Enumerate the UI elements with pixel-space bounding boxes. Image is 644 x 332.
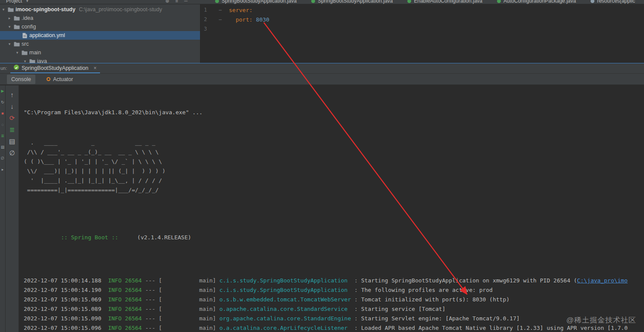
project-folder-icon bbox=[7, 7, 15, 12]
prev-occurrence-icon[interactable]: ↑ bbox=[6, 89, 19, 100]
editor-tab[interactable]: EnableAutoConfiguration.java bbox=[407, 0, 482, 4]
toolbar-icon[interactable]: ⊕ bbox=[166, 0, 169, 4]
editor-tab-label: resources(applic bbox=[597, 0, 635, 4]
editor-tab[interactable]: SpringBootStudyApplication.java bbox=[215, 0, 297, 4]
folder-icon bbox=[28, 59, 36, 63]
run-tab[interactable]: SpringBootStudyApplication × bbox=[10, 63, 100, 73]
yaml-editor[interactable]: 1−server:2− port: 80303 bbox=[200, 4, 644, 63]
class-icon bbox=[311, 0, 315, 3]
chevron-down-icon: ▼ bbox=[25, 0, 29, 3]
editor-tab-strip: SpringBootStudyApplication.javaSpringBoo… bbox=[200, 0, 635, 4]
close-icon[interactable]: × bbox=[94, 65, 97, 71]
tree-item-label: .idea bbox=[21, 15, 33, 21]
watermark: @稀土掘金技术社区 bbox=[566, 315, 636, 325]
project-panel-header[interactable]: Project ▼ ⊕≡─ bbox=[0, 0, 200, 4]
project-root-name: imooc-spingboot-study bbox=[15, 6, 75, 13]
chevron-down-icon[interactable]: ▾ bbox=[0, 7, 7, 12]
log-line: 2022-12-07 15:00:15.096 INFO 26564 --- [… bbox=[24, 323, 644, 332]
tab-actuator[interactable]: Actuator bbox=[42, 75, 78, 84]
folder-icon bbox=[21, 50, 28, 55]
print-icon[interactable]: ▤ bbox=[6, 135, 19, 147]
soft-wrap-icon[interactable]: ≣ bbox=[0, 130, 5, 141]
tree-item-label: main bbox=[28, 50, 41, 56]
tree-item--idea[interactable]: ▸.idea bbox=[0, 14, 200, 22]
java-command-line: "C:\Program Files\Java\jdk1.8.0_202\bin\… bbox=[24, 108, 644, 117]
tree-item-application-yml[interactable]: application.yml bbox=[0, 31, 200, 40]
tree-item-config[interactable]: ▾config bbox=[0, 22, 200, 31]
tree-item-label: config bbox=[21, 24, 36, 30]
log-line: 2022-12-07 15:00:15.069 INFO 26564 --- [… bbox=[24, 295, 644, 304]
tree-item-label: src bbox=[21, 41, 29, 47]
line-number: 3 bbox=[200, 26, 212, 32]
editor-lines: 1−server:2− port: 80303 bbox=[200, 5, 644, 34]
editor-line: 2− port: 8030 bbox=[200, 15, 644, 24]
left-toolbar: ▶↻■◌≣▤∅▸ bbox=[0, 85, 6, 332]
editor-tab[interactable]: resources(applic bbox=[591, 0, 635, 4]
console-tab-bar: Console Actuator bbox=[0, 74, 644, 85]
console-output[interactable]: "C:\Program Files\Java\jdk1.8.0_202\bin\… bbox=[19, 85, 644, 332]
spring-banner: . ____ _ __ _ _ /\\ / ___'_ __ _ _(_)_ _… bbox=[24, 138, 644, 195]
clear-icon[interactable]: ∅ bbox=[0, 153, 5, 164]
project-panel-title: Project bbox=[6, 0, 22, 4]
project-panel: ▾ imooc-spingboot-study C:\java_pro\imoo… bbox=[0, 4, 200, 63]
project-tree: ▸.idea▾configapplication.yml▾src▾main▾ja… bbox=[0, 14, 200, 63]
editor-tab-label: SpringBootStudyApplication.java bbox=[222, 0, 297, 4]
console-toolbar: ↑↓⟳≣▤∅ bbox=[6, 85, 19, 332]
editor-tab-label: SpringBootStudyApplication.java bbox=[318, 0, 393, 4]
actuator-icon bbox=[47, 77, 50, 81]
pause-icon[interactable]: ◌ bbox=[0, 119, 5, 130]
print-icon[interactable]: ▤ bbox=[0, 141, 5, 153]
main-row: ▾ imooc-spingboot-study C:\java_pro\imoo… bbox=[0, 4, 644, 63]
fold-marker[interactable]: − bbox=[212, 16, 229, 23]
spring-boot-icon bbox=[14, 65, 19, 71]
editor-tab-label: EnableAutoConfiguration.java bbox=[414, 0, 482, 4]
line-number: 1 bbox=[200, 7, 212, 13]
log-lines: 2022-12-07 15:00:14.188 INFO 26564 --- [… bbox=[24, 276, 644, 332]
stop-icon[interactable]: ■ bbox=[0, 108, 5, 119]
rerun-icon[interactable]: ↻ bbox=[0, 97, 5, 108]
chevron-down-icon[interactable]: ▾ bbox=[6, 25, 13, 29]
folder-icon bbox=[13, 41, 21, 47]
log-line: 2022-12-07 15:00:14.188 INFO 26564 --- [… bbox=[24, 276, 644, 285]
next-occurrence-icon[interactable]: ↓ bbox=[6, 100, 19, 112]
project-toolbar: ⊕≡─ bbox=[166, 0, 200, 4]
tree-item-src[interactable]: ▾src bbox=[0, 40, 200, 48]
tree-item-main[interactable]: ▾main bbox=[0, 48, 200, 57]
tree-item-label: application.yml bbox=[28, 32, 65, 38]
chevron-right-icon[interactable]: ▸ bbox=[6, 16, 13, 20]
chevron-down-icon[interactable]: ▾ bbox=[22, 59, 28, 63]
tree-root[interactable]: ▾ imooc-spingboot-study C:\java_pro\imoo… bbox=[0, 5, 200, 14]
soft-wrap-icon[interactable]: ≣ bbox=[6, 124, 19, 135]
tab-console[interactable]: Console bbox=[7, 75, 35, 84]
tree-item-label: java bbox=[36, 58, 47, 63]
clear-all-icon[interactable]: ∅ bbox=[6, 147, 19, 159]
class-icon bbox=[407, 0, 411, 3]
chevron-down-icon[interactable]: ▾ bbox=[14, 50, 21, 55]
run-toolwindow-label: un: bbox=[0, 66, 7, 71]
editor-line: 3 bbox=[200, 24, 644, 34]
chevron-down-icon[interactable]: ▾ bbox=[6, 42, 13, 46]
ide-window: Project ▼ ⊕≡─ SpringBootStudyApplication… bbox=[0, 0, 644, 332]
tree-item-java[interactable]: ▾java bbox=[0, 57, 200, 63]
console-body: ▶↻■◌≣▤∅▸ ↑↓⟳≣▤∅ "C:\Program Files\Java\j… bbox=[0, 85, 644, 332]
folder-icon bbox=[13, 24, 21, 29]
toolbar-icon[interactable]: ≡ bbox=[175, 0, 178, 4]
file-link[interactable]: C:\java_pro\imo bbox=[577, 277, 628, 284]
log-line: 2022-12-07 15:00:14.190 INFO 26564 --- [… bbox=[24, 285, 644, 295]
editor-tab[interactable]: SpringBootStudyApplication.java bbox=[311, 0, 393, 4]
log-line: 2022-12-07 15:00:15.089 INFO 26564 --- [… bbox=[24, 304, 644, 314]
log-line: 2022-12-07 15:00:15.090 INFO 26564 --- [… bbox=[24, 314, 644, 323]
class-icon bbox=[497, 0, 501, 3]
run-icon[interactable]: ▶ bbox=[0, 85, 5, 97]
run-header: un: SpringBootStudyApplication × bbox=[0, 63, 644, 74]
restart-icon[interactable]: ⟳ bbox=[6, 112, 19, 124]
editor-tab[interactable]: AutoConfigurationPackage.java bbox=[497, 0, 576, 4]
folder-icon bbox=[13, 16, 21, 21]
editor-tab-label: AutoConfigurationPackage.java bbox=[503, 0, 576, 4]
yaml-file-icon bbox=[21, 33, 28, 38]
editor-line: 1−server: bbox=[200, 5, 644, 15]
project-root-path: C:\java_pro\imooc-spingboot-study bbox=[75, 6, 162, 13]
toolbar-icon[interactable]: ─ bbox=[184, 0, 188, 4]
fold-marker[interactable]: − bbox=[212, 7, 229, 13]
expand-icon[interactable]: ▸ bbox=[0, 164, 5, 175]
